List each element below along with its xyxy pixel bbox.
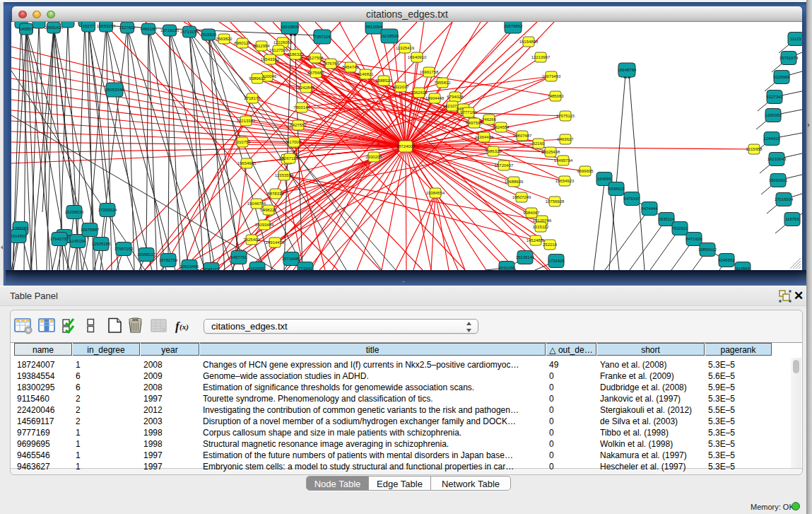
svg-text:6479197: 6479197: [623, 197, 640, 201]
svg-text:5498222: 5498222: [260, 208, 277, 212]
svg-text:10688609: 10688609: [505, 180, 524, 184]
svg-text:16782759: 16782759: [159, 258, 178, 262]
svg-text:1527602: 1527602: [119, 25, 136, 30]
svg-text:10975887: 10975887: [81, 228, 100, 232]
svg-text:12505185: 12505185: [92, 242, 111, 246]
svg-text:1010759: 1010759: [234, 140, 251, 144]
svg-text:20691406: 20691406: [45, 25, 64, 30]
svg-text:7986322: 7986322: [485, 149, 502, 153]
svg-text:3914959: 3914959: [11, 234, 27, 238]
svg-text:116753: 116753: [785, 217, 799, 221]
svg-text:3215958: 3215958: [746, 147, 763, 151]
svg-text:7357224: 7357224: [314, 35, 331, 39]
svg-text:9127508: 9127508: [307, 56, 324, 60]
svg-text:9146821: 9146821: [357, 72, 374, 76]
svg-text:7663822: 7663822: [216, 37, 233, 41]
svg-text:18724007: 18724007: [396, 144, 416, 148]
svg-text:9242845: 9242845: [298, 86, 314, 90]
svg-text:17957253: 17957253: [114, 247, 134, 251]
svg-text:15716485: 15716485: [282, 257, 301, 261]
svg-text:9463627: 9463627: [557, 137, 574, 141]
svg-text:17016504: 17016504: [775, 197, 794, 201]
svg-text:3624554: 3624554: [493, 125, 510, 129]
svg-text:16543362: 16543362: [261, 57, 280, 62]
svg-text:8267110: 8267110: [282, 156, 299, 160]
svg-text:7625402: 7625402: [243, 238, 260, 242]
svg-text:7803144: 7803144: [293, 105, 310, 110]
svg-text:15136141: 15136141: [516, 255, 535, 259]
svg-text:8878334: 8878334: [267, 192, 284, 196]
svg-text:2935114: 2935114: [659, 217, 676, 221]
svg-text:10756928: 10756928: [546, 199, 565, 204]
svg-text:8427552: 8427552: [290, 123, 307, 127]
svg-text:252214: 252214: [543, 243, 558, 247]
svg-text:10807487: 10807487: [513, 134, 532, 138]
svg-text:11123: 11123: [790, 37, 801, 41]
svg-text:12213382: 12213382: [237, 119, 256, 123]
svg-text:140557: 140557: [19, 27, 34, 31]
svg-text:8813054: 8813054: [365, 25, 382, 29]
svg-text:20206535: 20206535: [65, 210, 84, 214]
svg-text:2330205: 2330205: [365, 155, 382, 159]
svg-text:1588520: 1588520: [375, 78, 392, 83]
svg-text:5675685: 5675685: [307, 71, 324, 75]
svg-text:16154808: 16154808: [519, 40, 539, 44]
svg-text:12226058: 12226058: [273, 40, 293, 45]
svg-text:17975115: 17975115: [556, 114, 575, 118]
svg-text:2876768: 2876768: [322, 62, 339, 66]
svg-text:19654985: 19654985: [237, 161, 257, 165]
svg-text:11325419: 11325419: [396, 46, 415, 50]
svg-text:6794028: 6794028: [447, 95, 464, 99]
svg-text:9084067: 9084067: [523, 211, 540, 215]
svg-text:9227342: 9227342: [766, 95, 783, 99]
svg-text:9129966: 9129966: [773, 75, 790, 79]
svg-text:25053346: 25053346: [105, 88, 124, 92]
svg-text:19384554: 19384554: [426, 191, 445, 195]
svg-text:1733426: 1733426: [548, 259, 565, 263]
svg-text:9777169: 9777169: [460, 110, 477, 115]
svg-text:15720407: 15720407: [495, 163, 514, 168]
svg-text:6466160: 6466160: [140, 27, 157, 31]
svg-text:9699695: 9699695: [577, 169, 594, 173]
svg-text:16210643: 16210643: [767, 157, 787, 161]
svg-text:9457791: 9457791: [230, 255, 247, 259]
svg-text:15692901: 15692901: [769, 178, 788, 182]
svg-text:10923466: 10923466: [180, 264, 199, 269]
svg-text:10033809: 10033809: [281, 25, 300, 29]
svg-text:10973493: 10973493: [542, 74, 561, 78]
svg-text:2718176: 2718176: [244, 96, 261, 100]
svg-text:19904448: 19904448: [425, 96, 445, 100]
svg-text:8471626: 8471626: [686, 237, 702, 241]
svg-text:746266: 746266: [482, 117, 497, 122]
svg-text:1145194: 1145194: [70, 239, 87, 243]
svg-text:9245652: 9245652: [718, 258, 735, 262]
svg-text:9389612: 9389612: [249, 76, 266, 81]
svg-text:8938923: 8938923: [608, 187, 625, 191]
svg-text:8960124: 8960124: [234, 41, 251, 45]
svg-text:1244415: 1244415: [763, 136, 780, 141]
svg-text:16093484: 16093484: [255, 223, 274, 227]
svg-text:8186323: 8186323: [287, 52, 304, 57]
svg-text:16648784: 16648784: [618, 68, 637, 72]
svg-text:1362615: 1362615: [411, 90, 428, 95]
svg-text:6497568: 6497568: [466, 121, 483, 125]
svg-text:417006: 417006: [287, 140, 302, 144]
svg-text:9474444: 9474444: [641, 206, 658, 211]
svg-text:17942757: 17942757: [50, 237, 69, 241]
svg-text:12353594: 12353594: [275, 173, 294, 177]
svg-text:15751074: 15751074: [779, 56, 799, 60]
svg-text:1015112: 1015112: [533, 225, 550, 229]
svg-text:7632621: 7632621: [671, 226, 688, 230]
svg-text:(x): (x): [180, 322, 189, 332]
svg-text:10719155: 10719155: [160, 28, 180, 33]
svg-text:10025438: 10025438: [541, 150, 560, 154]
svg-text:16961758: 16961758: [420, 70, 439, 74]
svg-text:62160: 62160: [533, 141, 545, 146]
svg-text:13495794: 13495794: [554, 158, 573, 163]
svg-text:7515526: 7515526: [200, 33, 217, 37]
svg-text:7955812: 7955812: [434, 81, 451, 85]
svg-text:18807249: 18807249: [512, 195, 531, 199]
svg-text:16640910: 16640910: [408, 55, 427, 59]
svg-text:10854112: 10854112: [698, 247, 717, 252]
svg-text:17359324: 17359324: [98, 208, 117, 212]
